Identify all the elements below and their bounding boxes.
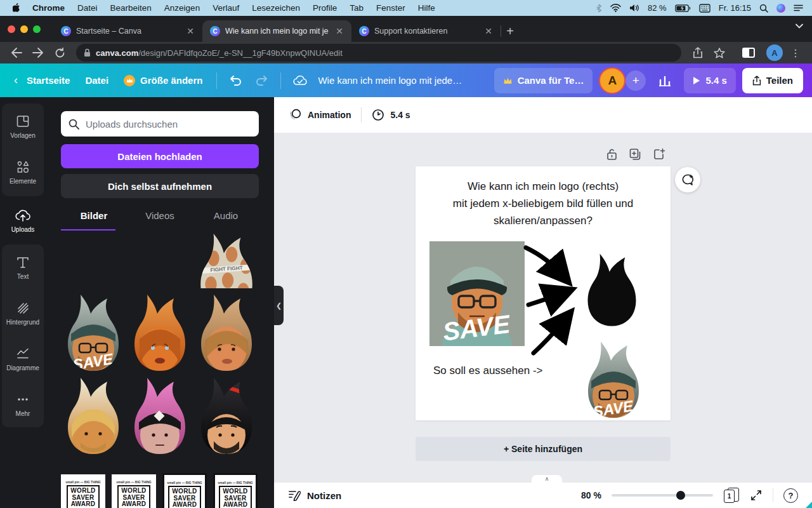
upload-thumbnail-award-poster-1[interactable]: small pin — BIG THING WORLDSAVERAWARD — [61, 474, 105, 508]
timeline-expand-tab[interactable]: ∧ — [532, 475, 562, 483]
add-page-icon[interactable] — [653, 148, 665, 161]
page-caption[interactable]: So soll es aussehen -> — [433, 364, 586, 377]
sidebar-item-mehr[interactable]: Mehr — [2, 382, 44, 427]
tab-close-icon[interactable]: ✕ — [334, 26, 345, 36]
page-heading[interactable]: Wie kann ich mein logo (rechts) mit jede… — [416, 178, 671, 229]
design-page[interactable]: Wie kann ich mein logo (rechts) mit jede… — [416, 166, 671, 420]
upload-thumbnail-award-poster-2[interactable]: small pin — BIG THING WORLDSAVERAWARD — [112, 474, 156, 508]
page-indicator-button[interactable]: 1 — [723, 487, 740, 504]
upload-files-button[interactable]: Dateien hochladen — [61, 144, 259, 168]
tab-audio[interactable]: Audio — [193, 210, 259, 221]
siri-icon[interactable] — [776, 4, 785, 13]
menu-profile[interactable]: Profile — [306, 3, 343, 13]
upload-thumbnail-man-save[interactable]: SAVE — [61, 293, 126, 372]
sidebar-item-diagramme[interactable]: Diagramme — [2, 336, 44, 382]
control-center-icon[interactable] — [794, 4, 803, 11]
lock-icon[interactable] — [84, 48, 91, 57]
reload-icon[interactable] — [51, 44, 69, 62]
unlock-page-icon[interactable] — [606, 148, 617, 161]
animation-button[interactable]: Animation — [288, 109, 351, 121]
upload-thumbnail-cap-pink[interactable] — [128, 377, 192, 455]
tab-search-chevron-icon[interactable] — [796, 23, 803, 29]
upload-thumbnail-award-poster-4[interactable]: small pin — BIG THING WORLDSAVERAWARD — [213, 473, 258, 508]
share-button[interactable]: Teilen — [742, 68, 803, 93]
browser-tab-startseite[interactable]: C Startseite – Canva ✕ — [53, 20, 202, 42]
menu-bearbeiten[interactable]: Bearbeiten — [104, 3, 158, 13]
menu-tab[interactable]: Tab — [343, 3, 370, 13]
notes-button[interactable]: Notizen — [288, 490, 341, 501]
wifi-icon[interactable] — [610, 4, 621, 12]
home-button[interactable]: Startseite — [19, 75, 77, 86]
canva-pro-button[interactable]: Canva für Te… — [494, 68, 593, 93]
resize-button[interactable]: Größe ändern — [116, 75, 210, 86]
sidebar-item-text[interactable]: Text — [2, 244, 44, 290]
panel-collapse-handle[interactable]: ❮ — [274, 286, 284, 325]
tab-videos[interactable]: Videos — [127, 210, 193, 221]
back-icon[interactable] — [8, 44, 25, 62]
menu-lesezeichen[interactable]: Lesezeichen — [246, 3, 306, 13]
page-black-flame-logo[interactable] — [582, 250, 642, 330]
fullscreen-icon[interactable] — [750, 489, 763, 502]
sidebar-item-vorlagen[interactable]: Vorlagen — [2, 104, 44, 149]
record-yourself-button[interactable]: Dich selbst aufnehmen — [61, 174, 259, 198]
bluetooth-icon[interactable] — [596, 4, 602, 13]
sidebar-item-hintergrund[interactable]: Hintergrund — [2, 290, 44, 336]
tab-bilder[interactable]: Bilder — [61, 210, 127, 221]
menu-anzeigen[interactable]: Anzeigen — [158, 3, 206, 13]
tab-close-icon[interactable]: ✕ — [483, 26, 494, 36]
sidebar-item-elemente[interactable]: Elemente — [2, 149, 44, 195]
menu-fenster[interactable]: Fenster — [370, 3, 412, 13]
add-comment-button[interactable] — [675, 167, 700, 192]
url-omnibox[interactable]: canva.com/design/DAFIdfqoZoE/_e-SN__1gF4… — [76, 44, 681, 62]
side-panel-icon[interactable] — [742, 48, 755, 58]
spotlight-search-icon[interactable] — [759, 4, 768, 13]
zoom-slider[interactable] — [612, 494, 713, 497]
tab-close-icon[interactable]: ✕ — [185, 26, 196, 36]
upload-thumbnail-man-dark[interactable] — [194, 377, 259, 455]
duplicate-page-icon[interactable] — [629, 148, 641, 161]
present-button[interactable]: 5.4 s — [684, 68, 735, 93]
new-tab-button[interactable]: + — [501, 20, 519, 42]
sidebar-item-uploads[interactable]: Uploads — [0, 197, 46, 243]
forward-icon[interactable] — [29, 44, 47, 62]
upload-thumbnail-woman-orange[interactable] — [128, 293, 192, 372]
zoom-slider-knob[interactable] — [676, 491, 685, 500]
menu-hilfe[interactable]: Hilfe — [412, 3, 442, 13]
page-result-flame-avatar[interactable]: SAVE — [582, 340, 645, 420]
window-minimize-button[interactable] — [20, 25, 28, 33]
duration-button[interactable]: 5.4 s — [372, 109, 410, 121]
user-avatar[interactable]: A — [599, 67, 625, 94]
undo-icon[interactable] — [223, 68, 249, 93]
browser-menu-icon[interactable]: ⋮ — [787, 44, 804, 62]
document-title[interactable]: Wie kann ich mein logo mit jede… — [318, 75, 462, 86]
keyboard-viewer-icon[interactable] — [699, 4, 710, 13]
insights-chart-icon[interactable] — [652, 68, 678, 93]
page-photo-man-save[interactable]: SAVE — [429, 241, 525, 346]
redo-icon[interactable] — [249, 68, 274, 93]
upload-thumbnail-award-poster-3[interactable]: small pin — BIG THING WORLDSAVERAWARD — [162, 473, 207, 508]
uploads-search-box[interactable] — [61, 111, 259, 137]
browser-profile-avatar[interactable]: A — [766, 44, 783, 61]
add-member-button[interactable]: + — [625, 70, 646, 91]
uploads-search-input[interactable] — [86, 119, 251, 130]
file-menu-button[interactable]: Datei — [77, 75, 116, 86]
window-zoom-button[interactable] — [33, 25, 41, 33]
browser-tab-support[interactable]: C Support kontaktieren ✕ — [351, 20, 501, 42]
help-button[interactable]: ? — [783, 488, 798, 503]
menu-datei[interactable]: Datei — [71, 3, 104, 13]
volume-icon[interactable] — [629, 4, 639, 12]
share-page-icon[interactable] — [689, 44, 707, 62]
add-page-button[interactable]: + Seite hinzufügen — [416, 437, 671, 461]
apple-menu-icon[interactable] — [13, 3, 21, 13]
window-close-button[interactable] — [8, 25, 15, 33]
upload-thumbnail-man-blonde[interactable] — [61, 377, 126, 455]
menubar-app-name[interactable]: Chrome — [26, 3, 71, 13]
upload-thumbnail-fight-pattern[interactable]: FIGHT FIGHT — [194, 232, 259, 288]
upload-thumbnail-woman-blonde[interactable] — [194, 293, 259, 372]
menu-verlauf[interactable]: Verlauf — [206, 3, 246, 13]
browser-tab-logo-frage[interactable]: C Wie kann ich mein logo mit jed ✕ — [202, 20, 351, 42]
back-chevron-icon[interactable]: ‹ — [9, 74, 19, 87]
menubar-clock[interactable]: Fr. 16:15 — [719, 3, 751, 13]
page-arrows[interactable] — [523, 244, 584, 358]
bookmark-star-icon[interactable] — [710, 44, 728, 62]
